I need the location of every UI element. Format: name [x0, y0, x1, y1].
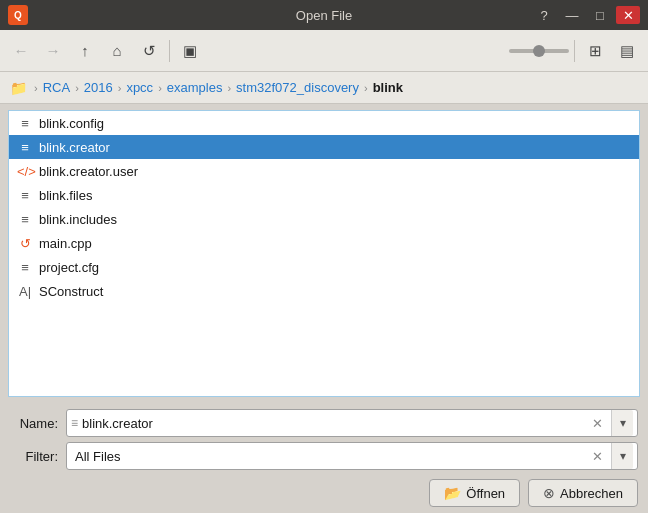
list-item[interactable]: ≡blink.config: [9, 111, 639, 135]
title-bar-left: Q: [8, 5, 28, 25]
recent-icon: ↺: [143, 42, 156, 60]
file-name: blink.includes: [39, 212, 117, 227]
up-button[interactable]: ↑: [70, 36, 100, 66]
window-title: Open File: [296, 8, 352, 23]
home-button[interactable]: ⌂: [102, 36, 132, 66]
filter-input[interactable]: [71, 449, 583, 464]
breadcrumb-item-rca[interactable]: RCA: [43, 80, 70, 95]
open-button[interactable]: 📂 Öffnen: [429, 479, 520, 507]
file-type-icon: ≡: [17, 260, 33, 275]
breadcrumb-item-discovery[interactable]: stm32f072_discovery: [236, 80, 359, 95]
up-icon: ↑: [81, 42, 89, 59]
file-name: blink.files: [39, 188, 92, 203]
breadcrumb-item-xpcc[interactable]: xpcc: [126, 80, 153, 95]
filter-input-wrap: ✕ ▾: [66, 442, 638, 470]
list-item[interactable]: ≡project.cfg: [9, 255, 639, 279]
back-button[interactable]: ←: [6, 36, 36, 66]
panel-button[interactable]: ▤: [612, 36, 642, 66]
breadcrumb-bar: 📁 › RCA › 2016 › xpcc › examples › stm32…: [0, 72, 648, 104]
breadcrumb-item-examples[interactable]: examples: [167, 80, 223, 95]
filter-clear-button[interactable]: ✕: [587, 446, 607, 466]
filter-dropdown-button[interactable]: ▾: [611, 443, 633, 469]
breadcrumb-sep-0: ›: [75, 82, 79, 94]
title-bar: Q Open File ? — □ ✕: [0, 0, 648, 30]
back-icon: ←: [14, 42, 29, 59]
name-field-icon: ≡: [71, 416, 78, 430]
close-button[interactable]: ✕: [616, 6, 640, 24]
title-bar-controls: ? — □ ✕: [532, 6, 640, 24]
file-type-icon: ≡: [17, 140, 33, 155]
name-input-wrap: ≡ ✕ ▾: [66, 409, 638, 437]
list-item[interactable]: </>blink.creator.user: [9, 159, 639, 183]
file-type-icon: ↺: [17, 236, 33, 251]
grid-view-button[interactable]: ⊞: [580, 36, 610, 66]
cancel-button[interactable]: ⊗ Abbrechen: [528, 479, 638, 507]
preview-button[interactable]: ▣: [175, 36, 205, 66]
breadcrumb-folder-icon: 📁: [10, 80, 27, 96]
filter-label: Filter:: [10, 449, 58, 464]
preview-icon: ▣: [183, 42, 197, 60]
name-input[interactable]: [82, 416, 583, 431]
file-name: SConstruct: [39, 284, 103, 299]
file-name: blink.creator: [39, 140, 110, 155]
list-item[interactable]: ≡blink.creator: [9, 135, 639, 159]
minimize-button[interactable]: —: [560, 6, 584, 24]
filter-field-row: Filter: ✕ ▾: [10, 442, 638, 470]
forward-button[interactable]: →: [38, 36, 68, 66]
zoom-control: [509, 49, 569, 53]
file-type-icon: ≡: [17, 116, 33, 131]
toolbar-separator-2: [574, 40, 575, 62]
list-item[interactable]: ≡blink.includes: [9, 207, 639, 231]
help-button[interactable]: ?: [532, 6, 556, 24]
open-icon: 📂: [444, 485, 461, 501]
file-type-icon: ≡: [17, 188, 33, 203]
file-type-icon: </>: [17, 164, 33, 179]
breadcrumb-current: blink: [373, 80, 403, 95]
cancel-icon: ⊗: [543, 485, 555, 501]
maximize-button[interactable]: □: [588, 6, 612, 24]
file-name: blink.creator.user: [39, 164, 138, 179]
file-name: blink.config: [39, 116, 104, 131]
breadcrumb-sep-root: ›: [34, 82, 38, 94]
file-type-icon: ≡: [17, 212, 33, 227]
list-item[interactable]: ≡blink.files: [9, 183, 639, 207]
name-field-row: Name: ≡ ✕ ▾: [10, 409, 638, 437]
grid-icon: ⊞: [589, 42, 602, 60]
cancel-label: Abbrechen: [560, 486, 623, 501]
toolbar-separator-1: [169, 40, 170, 62]
list-item[interactable]: ↺main.cpp: [9, 231, 639, 255]
action-buttons: 📂 Öffnen ⊗ Abbrechen: [10, 475, 638, 509]
name-clear-button[interactable]: ✕: [587, 413, 607, 433]
toolbar: ← → ↑ ⌂ ↺ ▣ ⊞ ▤: [0, 30, 648, 72]
name-dropdown-button[interactable]: ▾: [611, 410, 633, 436]
breadcrumb-sep-2: ›: [158, 82, 162, 94]
file-type-icon: A|: [17, 284, 33, 299]
breadcrumb-sep-3: ›: [227, 82, 231, 94]
breadcrumb-sep-4: ›: [364, 82, 368, 94]
breadcrumb-item-2016[interactable]: 2016: [84, 80, 113, 95]
file-name: project.cfg: [39, 260, 99, 275]
home-icon: ⌂: [112, 42, 121, 59]
file-list: ≡blink.config≡blink.creator</>blink.crea…: [8, 110, 640, 397]
name-label: Name:: [10, 416, 58, 431]
file-name: main.cpp: [39, 236, 92, 251]
breadcrumb-sep-1: ›: [118, 82, 122, 94]
recent-button[interactable]: ↺: [134, 36, 164, 66]
zoom-slider[interactable]: [509, 49, 569, 53]
panel-icon: ▤: [620, 42, 634, 60]
open-label: Öffnen: [466, 486, 505, 501]
bottom-area: Name: ≡ ✕ ▾ Filter: ✕ ▾ 📂 Öffnen ⊗ Abbre…: [0, 403, 648, 513]
app-icon: Q: [8, 5, 28, 25]
list-item[interactable]: A|SConstruct: [9, 279, 639, 303]
forward-icon: →: [46, 42, 61, 59]
